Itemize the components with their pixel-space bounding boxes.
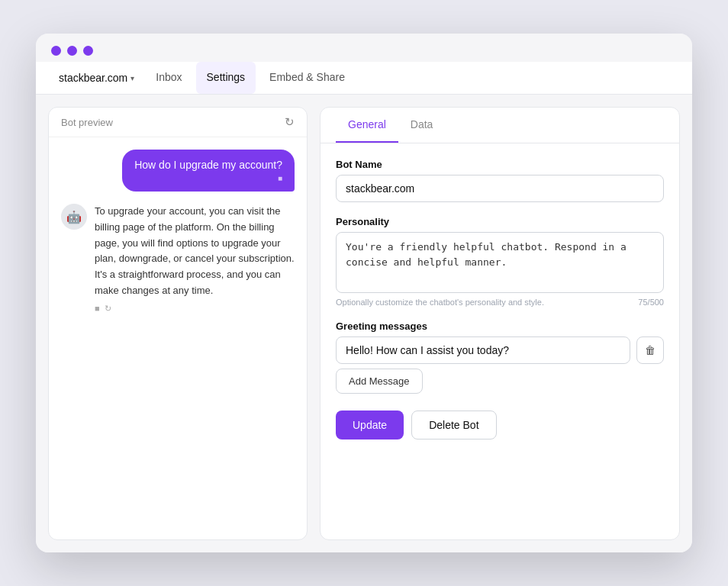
action-buttons: Update Delete Bot bbox=[336, 411, 664, 440]
personality-label: Personality bbox=[336, 216, 664, 227]
traffic-light-minimize[interactable] bbox=[67, 46, 77, 56]
bot-copy-icon[interactable]: ■ bbox=[95, 304, 100, 314]
update-button[interactable]: Update bbox=[336, 411, 404, 440]
titlebar bbox=[36, 34, 692, 62]
refresh-icon[interactable]: ↻ bbox=[285, 115, 295, 129]
user-message-bubble: How do I upgrade my account? ■ bbox=[122, 150, 295, 192]
nav-logo[interactable]: stackbear.com ▾ bbox=[51, 63, 142, 93]
greeting-group: Greeting messages 🗑 Add Message bbox=[336, 320, 664, 394]
chat-area: How do I upgrade my account? ■ 🤖 To upgr… bbox=[49, 137, 307, 539]
greeting-row: 🗑 bbox=[336, 336, 664, 364]
bot-avatar: 🤖 bbox=[61, 204, 87, 230]
nav-item-embed-share[interactable]: Embed & Share bbox=[259, 62, 356, 94]
nav-item-settings[interactable]: Settings bbox=[196, 62, 256, 94]
bot-name-group: Bot Name bbox=[336, 159, 664, 202]
delete-greeting-button[interactable]: 🗑 bbox=[636, 336, 664, 364]
settings-tabs: General Data bbox=[321, 108, 679, 143]
personality-hint-text: Optionally customize the chatbot's perso… bbox=[336, 298, 544, 307]
nav-item-inbox[interactable]: Inbox bbox=[145, 62, 192, 94]
preview-panel: Bot preview ↻ How do I upgrade my accoun… bbox=[48, 107, 308, 540]
bot-regenerate-icon[interactable]: ↻ bbox=[105, 304, 111, 314]
user-message-timestamp: ■ bbox=[134, 174, 282, 182]
delete-icon: 🗑 bbox=[645, 344, 656, 356]
nav-logo-text: stackbear.com bbox=[59, 72, 127, 84]
preview-header: Bot preview ↻ bbox=[49, 108, 307, 137]
traffic-light-fullscreen[interactable] bbox=[83, 46, 93, 56]
bot-message-content: To upgrade your account, you can visit t… bbox=[95, 204, 295, 314]
greeting-input[interactable] bbox=[336, 336, 630, 364]
tab-data[interactable]: Data bbox=[398, 108, 446, 143]
delete-bot-button[interactable]: Delete Bot bbox=[411, 411, 496, 440]
personality-textarea[interactable] bbox=[336, 232, 664, 293]
bot-name-input[interactable] bbox=[336, 175, 664, 202]
nav-logo-chevron: ▾ bbox=[130, 74, 134, 82]
bot-actions: ■ ↻ bbox=[95, 304, 295, 314]
preview-title: Bot preview bbox=[61, 117, 113, 128]
app-window: stackbear.com ▾ Inbox Settings Embed & S… bbox=[36, 34, 692, 552]
bot-name-label: Bot Name bbox=[336, 159, 664, 170]
settings-body: Bot Name Personality Optionally customiz… bbox=[321, 143, 679, 539]
greeting-label: Greeting messages bbox=[336, 320, 664, 332]
personality-group: Personality Optionally customize the cha… bbox=[336, 216, 664, 307]
bot-message: 🤖 To upgrade your account, you can visit… bbox=[61, 204, 295, 314]
main-content: Bot preview ↻ How do I upgrade my accoun… bbox=[36, 95, 692, 552]
nav-bar: stackbear.com ▾ Inbox Settings Embed & S… bbox=[36, 62, 692, 95]
user-message-text: How do I upgrade my account? bbox=[134, 159, 282, 171]
add-message-button[interactable]: Add Message bbox=[336, 369, 423, 394]
personality-hint-row: Optionally customize the chatbot's perso… bbox=[336, 298, 664, 307]
bot-response-text: To upgrade your account, you can visit t… bbox=[95, 204, 295, 299]
traffic-light-close[interactable] bbox=[51, 46, 61, 56]
traffic-lights bbox=[51, 46, 93, 56]
tab-general[interactable]: General bbox=[336, 108, 398, 143]
settings-panel: General Data Bot Name Personality Opt bbox=[320, 107, 680, 540]
personality-char-count: 75/500 bbox=[638, 298, 664, 307]
